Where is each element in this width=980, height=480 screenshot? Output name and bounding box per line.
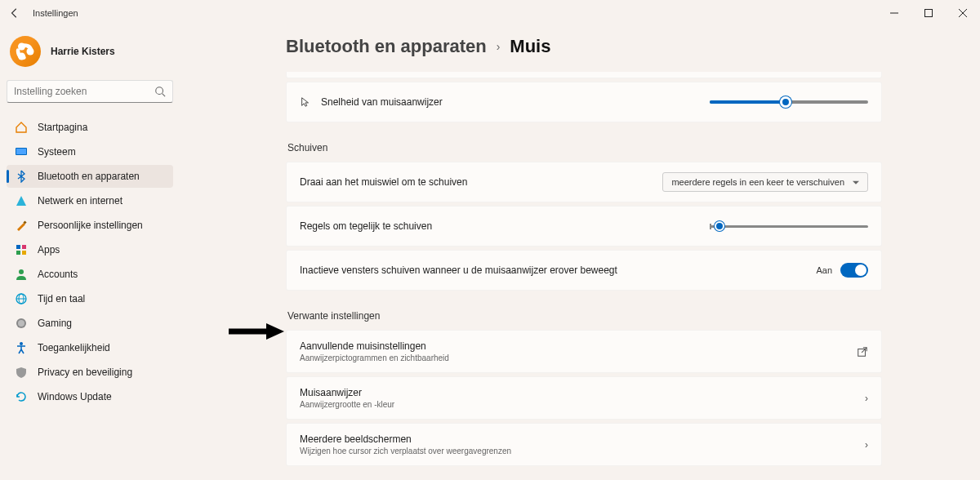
svg-point-21: [18, 320, 24, 327]
nav-label: Systeem: [38, 146, 76, 158]
pointer-speed-label: Snelheid van muisaanwijzer: [321, 96, 443, 108]
svg-rect-10: [16, 149, 26, 154]
inactive-scroll-row: Inactieve vensters schuiven wanneer u de…: [286, 250, 882, 291]
svg-rect-14: [16, 251, 20, 255]
minimize-button[interactable]: [877, 0, 911, 26]
nav-label: Netwerk en internet: [38, 195, 122, 207]
displays-label: Meerdere beeldschermen: [300, 433, 865, 445]
apps-icon: [15, 243, 28, 256]
scroll-lines-row: Regels om tegelijk te schuiven: [286, 206, 882, 247]
chevron-right-icon: ›: [865, 439, 868, 451]
chevron-right-icon: ›: [865, 393, 868, 404]
nav-label: Gaming: [38, 318, 72, 329]
person-icon: [15, 268, 28, 281]
help-row: ? Assistentie: [286, 469, 882, 480]
sidebar-item-apps[interactable]: Apps: [7, 238, 173, 261]
shield-icon: [15, 366, 28, 379]
toggle-state-label: Aan: [816, 265, 832, 275]
close-button[interactable]: [946, 0, 980, 26]
pointer-speed-slider[interactable]: [710, 100, 868, 104]
breadcrumb-current: Muis: [510, 36, 550, 57]
nav-label: Tijd en taal: [38, 293, 85, 304]
search-icon: [154, 86, 166, 97]
nav-label: Startpagina: [38, 122, 87, 133]
brush-icon: [15, 219, 28, 232]
sidebar-item-time[interactable]: Tijd en taal: [7, 287, 173, 310]
sidebar-item-system[interactable]: Systeem: [7, 140, 173, 163]
gaming-icon: [15, 317, 28, 330]
card-fragment: [286, 72, 882, 78]
inactive-scroll-toggle[interactable]: [840, 263, 868, 278]
sidebar-item-gaming[interactable]: Gaming: [7, 312, 173, 335]
wifi-icon: [15, 194, 28, 207]
additional-sub: Aanwijzerpictogrammen en zichtbaarheid: [300, 353, 857, 362]
nav-label: Bluetooth en apparaten: [38, 171, 140, 182]
pointer-sub: Aanwijzergrootte en -kleur: [300, 400, 865, 409]
breadcrumb-parent[interactable]: Bluetooth en apparaten: [286, 36, 487, 57]
chevron-right-icon: ›: [497, 40, 501, 53]
pointer-label: Muisaanwijzer: [300, 387, 865, 398]
nav-label: Persoonlijke instellingen: [38, 220, 143, 231]
nav-label: Privacy en beveiliging: [38, 367, 132, 378]
svg-rect-12: [16, 245, 20, 249]
mouse-pointer-settings[interactable]: Muisaanwijzer Aanwijzergrootte en -kleur…: [286, 376, 882, 420]
dropdown-selected: meerdere regels in een keer te verschuiv…: [671, 177, 844, 187]
nav-label: Toegankelijkheid: [38, 342, 110, 353]
svg-rect-1: [925, 10, 933, 17]
section-title-related: Verwante instellingen: [287, 310, 882, 322]
window-controls: [877, 0, 980, 26]
svg-point-16: [19, 269, 24, 274]
sidebar-item-home[interactable]: Startpagina: [7, 116, 173, 139]
accessibility-icon: [15, 341, 28, 354]
titlebar: Instellingen: [0, 0, 980, 26]
svg-point-22: [20, 342, 23, 345]
sidebar-item-network[interactable]: Netwerk en internet: [7, 189, 173, 212]
update-icon: [15, 390, 28, 403]
scroll-lines-label: Regels om tegelijk te schuiven: [300, 220, 432, 232]
svg-point-7: [156, 87, 163, 95]
sidebar: Harrie Kisters Startpagina Systeem Bluet…: [0, 26, 180, 480]
section-title-scroll: Schuiven: [287, 142, 882, 153]
sidebar-item-privacy[interactable]: Privacy en beveiliging: [7, 361, 173, 384]
nav-label: Apps: [38, 244, 60, 256]
displays-sub: Wijzigen hoe cursor zich verplaatst over…: [300, 447, 865, 456]
avatar: [10, 36, 41, 67]
additional-mouse-settings[interactable]: Aanvullende muisinstellingen Aanwijzerpi…: [286, 330, 882, 373]
svg-rect-15: [22, 251, 26, 255]
user-name: Harrie Kisters: [51, 46, 115, 57]
sidebar-item-update[interactable]: Windows Update: [7, 385, 173, 408]
scroll-wheel-row: Draai aan het muiswiel om te schuiven me…: [286, 162, 882, 202]
search-input[interactable]: [14, 86, 154, 97]
sidebar-item-accounts[interactable]: Accounts: [7, 263, 173, 286]
external-link-icon: [857, 346, 868, 358]
scroll-wheel-label: Draai aan het muiswiel om te schuiven: [300, 176, 467, 188]
svg-rect-13: [22, 245, 26, 249]
cursor-icon: [300, 96, 321, 108]
additional-label: Aanvullende muisinstellingen: [300, 340, 857, 352]
sidebar-item-accessibility[interactable]: Toegankelijkheid: [7, 336, 173, 359]
bluetooth-icon: [15, 170, 28, 183]
maximize-button[interactable]: [911, 0, 946, 26]
user-profile[interactable]: Harrie Kisters: [7, 33, 173, 80]
inactive-scroll-label: Inactieve vensters schuiven wanneer u de…: [300, 264, 617, 276]
window-title: Instellingen: [33, 8, 78, 18]
breadcrumb: Bluetooth en apparaten › Muis: [286, 36, 882, 57]
scroll-lines-slider[interactable]: [710, 225, 868, 228]
sidebar-item-personal[interactable]: Persoonlijke instellingen: [7, 214, 173, 237]
pointer-speed-row: Snelheid van muisaanwijzer: [286, 82, 882, 122]
main-content: Bluetooth en apparaten › Muis Snelheid v…: [180, 26, 980, 480]
search-box[interactable]: [7, 80, 173, 103]
back-button[interactable]: [7, 5, 23, 21]
globe-icon: [15, 292, 28, 305]
nav-label: Accounts: [38, 269, 78, 280]
system-icon: [15, 145, 28, 158]
sidebar-item-bluetooth[interactable]: Bluetooth en apparaten: [7, 165, 173, 188]
svg-line-8: [163, 94, 166, 97]
nav: Startpagina Systeem Bluetooth en apparat…: [7, 116, 173, 408]
home-icon: [15, 121, 28, 134]
nav-label: Windows Update: [38, 391, 112, 402]
scroll-wheel-dropdown[interactable]: meerdere regels in een keer te verschuiv…: [662, 172, 868, 192]
multiple-displays-settings[interactable]: Meerdere beeldschermen Wijzigen hoe curs…: [286, 423, 882, 466]
